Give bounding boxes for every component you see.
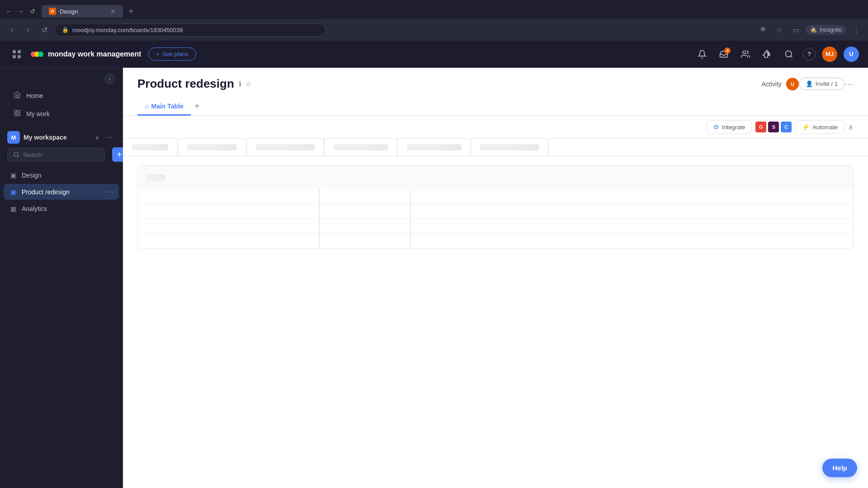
incognito-label: Incognito [820,27,842,33]
sidebar-collapse-btn[interactable]: ‹ [104,73,115,84]
reload-btn[interactable]: ↺ [27,6,38,17]
new-tab-btn[interactable]: + [125,5,137,18]
skeleton-body-cell [411,234,853,249]
sidebar-search-row: + [4,147,119,165]
browser-tabs: ← → ↺ D Design ✕ + [0,0,868,19]
my-work-icon [13,109,22,118]
skeleton-block [334,144,388,150]
browser-reload-btn[interactable]: ↺ [38,23,51,36]
board-info-icon[interactable]: ℹ [239,80,241,88]
puzzle-btn[interactable] [760,47,775,62]
main-layout: ‹ Home My work M My w [0,68,868,488]
activity-label: Activity [762,80,782,88]
apps-grid-btn[interactable] [9,47,24,62]
board-title-row: Product redesign ℹ ☆ Activity U 👤 Invite… [137,77,854,91]
workspace-header[interactable]: M My workspace ∨ ⋯ [4,127,119,147]
board-title: Product redesign [137,77,234,91]
board-toolbar: ⚙ Integrate G S C ⚡ Automate ∧ [123,116,868,139]
workspace-more-btn[interactable]: ⋯ [104,132,115,143]
board-star-icon[interactable]: ☆ [245,80,251,88]
svg-rect-0 [13,50,16,53]
star-btn[interactable]: ☆ [773,23,786,36]
sidebar-search-box[interactable] [7,148,105,162]
people-btn[interactable] [738,47,753,62]
tab-label: Design [60,8,78,15]
board-toolbar-right: ⚙ Integrate G S C ⚡ Automate ∧ [707,120,854,134]
help-nav-btn[interactable]: ? [803,48,816,61]
sidebar-item-analytics[interactable]: ▦ Analytics ⋯ [4,201,119,216]
browser-forward-btn[interactable]: › [22,23,34,36]
inbox-btn[interactable]: 3 [716,47,731,62]
slack-integration-icon: S [768,122,779,132]
workspace-chevron-btn[interactable]: ∨ [92,132,103,143]
svg-rect-3 [18,55,21,58]
sidebar-item-product-redesign[interactable]: ▣ Product redesign ⋯ [4,184,119,200]
search-nav-btn[interactable] [781,47,797,62]
lock-icon: 🔒 [62,27,69,33]
svg-point-6 [38,52,43,57]
invite-icon: 👤 [806,80,813,87]
user-avatar-2[interactable]: U [844,47,859,62]
svg-rect-13 [18,113,20,116]
help-btn[interactable]: Help [822,459,857,477]
sidebar-toggle-btn[interactable]: ▭ [789,23,802,36]
board-more-btn[interactable]: ⋯ [844,79,854,89]
tab-favicon: D [49,8,56,15]
home-nav-item[interactable]: Home [7,88,115,104]
automate-btn[interactable]: ⚡ Automate [795,120,844,134]
skeleton-group-1 [137,165,854,249]
activity-avatar: U [786,78,799,90]
svg-point-8 [786,51,792,56]
skeleton-body-cell [138,234,319,249]
forward-btn[interactable]: → [15,6,26,17]
skeleton-block [480,144,539,150]
board-tab-main-table[interactable]: ⌂ Main Table [137,98,191,116]
sidebar-workspace: M My workspace ∨ ⋯ + [0,127,123,165]
calendar-integration-icon: C [781,122,792,132]
workspace-name: My workspace [24,134,88,141]
url-text: moodjoy.monday.com/boards/1830450039 [72,27,183,33]
invite-btn[interactable]: 👤 Invite / 1 [799,78,844,90]
back-btn[interactable]: ← [4,6,14,17]
my-work-nav-item[interactable]: My work [7,106,115,122]
board-icon-design: ▣ [9,172,17,179]
sidebar-item-design[interactable]: ▣ Design ⋯ [4,167,119,183]
skeleton-cell-1 [123,139,177,156]
skeleton-rows [138,189,853,249]
svg-point-14 [14,152,18,156]
skeleton-body-cell [138,219,319,234]
my-work-label: My work [26,110,50,117]
home-label: Home [26,92,43,99]
search-input[interactable] [23,151,99,158]
skeleton-block [132,144,168,150]
sidebar-item-dots-product-redesign[interactable]: ⋯ [106,188,113,196]
skeleton-cell-5 [398,139,470,156]
tab-close-btn[interactable]: ✕ [110,8,116,15]
inbox-badge: 3 [724,47,731,54]
see-plans-btn[interactable]: + See plans [148,47,196,61]
incognito-badge: 🕵 Incognito [806,25,846,35]
integrate-btn[interactable]: ⚙ Integrate [707,120,752,134]
browser-chrome: ← → ↺ D Design ✕ + ‹ › ↺ 🔒 moodjoy.monda… [0,0,868,41]
bell-btn[interactable] [694,47,710,62]
automate-label: Automate [812,124,838,131]
skeleton-block [256,144,315,150]
skeleton-row-2 [138,204,853,219]
gmail-integration-icon: G [755,122,766,132]
activity-section: Activity U [762,78,799,90]
tab-add-btn[interactable]: + [191,101,203,112]
svg-line-9 [791,56,793,57]
address-bar[interactable]: 🔒 moodjoy.monday.com/boards/1830450039 [54,23,326,37]
browser-tab-design[interactable]: D Design ✕ [42,5,123,18]
toolbar-collapse-btn[interactable]: ∧ [848,123,854,131]
user-avatar-1[interactable]: MJ [822,47,837,62]
browser-menu-btn[interactable]: ⋮ [850,23,863,36]
eye-off-btn[interactable]: 👁 [757,23,769,36]
skeleton-body-cell [320,234,410,249]
workspace-avatar: M [7,131,20,144]
board-icon-product-redesign: ▣ [9,188,17,196]
browser-back-btn[interactable]: ‹ [5,23,18,36]
nav-controls: ← → ↺ [4,6,38,17]
svg-rect-1 [18,50,21,53]
see-plans-label: See plans [162,51,189,57]
